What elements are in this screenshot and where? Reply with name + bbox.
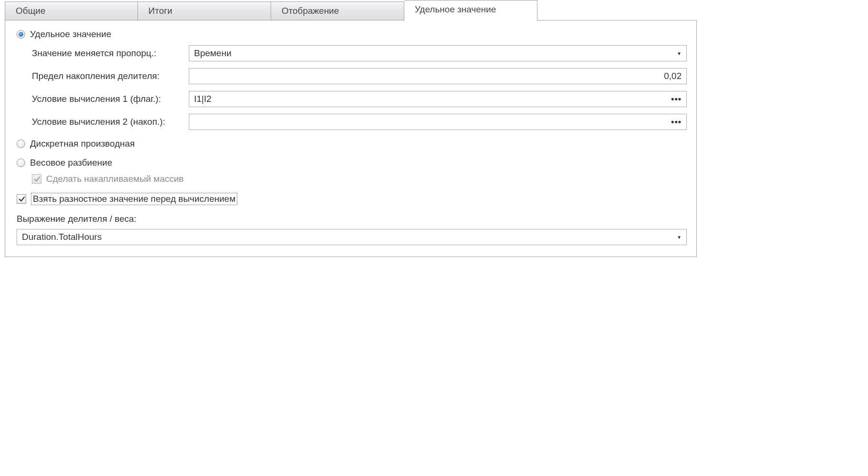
- check-make-accum-array-label: Сделать накапливаемый массив: [46, 174, 184, 184]
- label-condition2: Условие вычисления 2 (накоп.):: [32, 117, 189, 127]
- label-proportional: Значение меняется пропорц.:: [32, 48, 189, 59]
- input-condition2[interactable]: •••: [189, 114, 687, 130]
- combo-proportional-value: Времени: [194, 48, 677, 59]
- radio-icon-checked: [17, 30, 25, 39]
- combo-divisor-expression[interactable]: Duration.TotalHours ▼: [17, 229, 687, 245]
- tab-strip: Общие Итоги Отображение Удельное значени…: [5, 0, 697, 20]
- ellipsis-icon[interactable]: •••: [671, 119, 682, 124]
- tab-general-label: Общие: [16, 6, 45, 16]
- label-condition1: Условие вычисления 1 (флаг.):: [32, 94, 189, 104]
- ellipsis-icon[interactable]: •••: [671, 97, 682, 101]
- radio-weight-split-label: Весовое разбиение: [30, 158, 112, 168]
- radio-discrete-derivative-label: Дискретная производная: [30, 139, 135, 149]
- tab-general[interactable]: Общие: [5, 1, 138, 20]
- combo-proportional[interactable]: Времени ▼: [189, 45, 687, 61]
- input-condition1-value: I1|I2: [194, 94, 671, 104]
- tab-specific-value-label: Удельное значение: [415, 4, 496, 14]
- row-divisor-expression: Duration.TotalHours ▼: [17, 229, 687, 245]
- checkbox-icon: [17, 194, 26, 204]
- label-divisor-expression: Выражение делителя / веса:: [17, 214, 687, 224]
- radio-icon: [17, 139, 25, 148]
- row-proportional: Значение меняется пропорц.: Времени ▼: [32, 45, 687, 61]
- combo-divisor-expression-value: Duration.TotalHours: [22, 232, 677, 242]
- tab-totals-label: Итоги: [148, 6, 172, 16]
- dialog-panel: Общие Итоги Отображение Удельное значени…: [0, 0, 697, 257]
- specific-value-fields: Значение меняется пропорц.: Времени ▼ Пр…: [17, 45, 687, 130]
- chevron-down-icon: ▼: [677, 235, 682, 240]
- radio-discrete-derivative[interactable]: Дискретная производная: [17, 139, 687, 149]
- check-take-diff-before-label: Взять разностное значение перед вычислен…: [31, 193, 237, 205]
- tab-display[interactable]: Отображение: [271, 1, 404, 20]
- row-divisor-limit: Предел накопления делителя: 0,02: [32, 68, 687, 84]
- radio-specific-value[interactable]: Удельное значение: [17, 29, 687, 40]
- tab-panel-specific-value: Удельное значение Значение меняется проп…: [5, 20, 697, 257]
- input-divisor-limit[interactable]: 0,02: [189, 68, 687, 84]
- tab-display-label: Отображение: [282, 6, 339, 16]
- input-divisor-limit-value: 0,02: [664, 71, 682, 81]
- tab-specific-value[interactable]: Удельное значение: [404, 0, 537, 21]
- chevron-down-icon: ▼: [677, 51, 682, 56]
- radio-specific-value-label: Удельное значение: [30, 29, 111, 40]
- radio-icon: [17, 159, 25, 167]
- check-take-diff-before[interactable]: Взять разностное значение перед вычислен…: [17, 193, 687, 205]
- row-condition2: Условие вычисления 2 (накоп.): •••: [32, 114, 687, 130]
- row-condition1: Условие вычисления 1 (флаг.): I1|I2 •••: [32, 91, 687, 107]
- tab-totals[interactable]: Итоги: [138, 1, 271, 20]
- radio-weight-split[interactable]: Весовое разбиение: [17, 158, 687, 168]
- check-make-accum-array: Сделать накапливаемый массив: [32, 174, 687, 184]
- checkbox-icon-disabled: [32, 174, 41, 184]
- input-condition1[interactable]: I1|I2 •••: [189, 91, 687, 107]
- label-divisor-limit: Предел накопления делителя:: [32, 71, 189, 81]
